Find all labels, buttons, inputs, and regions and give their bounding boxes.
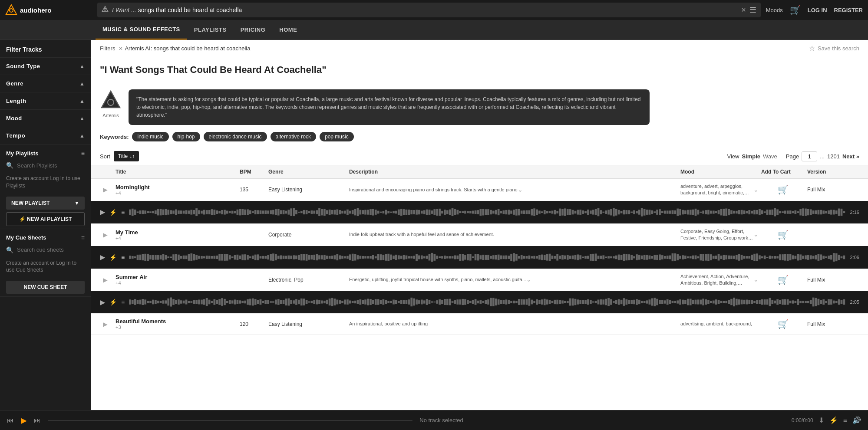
ai-logo: Artemis <box>100 89 122 118</box>
keyword-indie-music[interactable]: indie music <box>132 132 168 141</box>
play-button-2[interactable]: ▶ <box>100 230 110 240</box>
svg-rect-679 <box>418 300 420 304</box>
keyword-pop-music[interactable]: pop music <box>320 132 354 141</box>
svg-rect-656 <box>360 299 362 305</box>
save-search[interactable]: ☆ Save this search <box>809 44 859 53</box>
sort-button[interactable]: Title ↓↑ <box>114 151 139 161</box>
new-cue-sheet-button[interactable]: NEW CUE SHEET <box>6 281 85 294</box>
svg-rect-490 <box>651 256 653 259</box>
svg-rect-143 <box>480 209 482 216</box>
page-input[interactable] <box>802 151 817 161</box>
play-button-1[interactable]: ▶ <box>100 184 110 195</box>
svg-rect-79 <box>316 210 318 214</box>
search-playlists-input[interactable] <box>17 162 85 169</box>
svg-rect-577 <box>157 301 159 303</box>
mood-filter[interactable]: Mood ▲ <box>0 110 91 127</box>
svg-rect-717 <box>515 301 518 303</box>
keyword-edm[interactable]: electronic dance music <box>204 132 267 141</box>
svg-rect-531 <box>756 253 758 261</box>
player-download-icon[interactable]: ⬇ <box>818 416 824 424</box>
svg-rect-69 <box>290 208 293 216</box>
nav-tab-music[interactable]: MUSIC & SOUND EFFECTS <box>96 20 187 39</box>
wf-list-3[interactable]: ≡ <box>121 299 125 305</box>
wf-lightning-3[interactable]: ⚡ <box>109 299 117 305</box>
keyword-alt-rock[interactable]: alternative rock <box>271 132 316 141</box>
search-close-icon[interactable]: × <box>741 6 746 15</box>
search-menu-icon[interactable]: ☰ <box>749 5 756 15</box>
wf-lightning-1[interactable]: ⚡ <box>109 209 117 216</box>
svg-rect-128 <box>441 211 443 213</box>
player-prev-icon[interactable]: ⏮ <box>7 417 14 424</box>
nav-tab-home[interactable]: HOME <box>272 20 304 39</box>
svg-rect-664 <box>380 300 382 304</box>
svg-rect-835 <box>818 299 820 305</box>
track-mood-more-1[interactable]: ⌄ <box>753 186 759 194</box>
new-playlist-button[interactable]: NEW PLAYLIST ▼ <box>6 197 85 210</box>
keyword-hiphop[interactable]: hip-hop <box>172 132 200 141</box>
login-button[interactable]: LOG IN <box>808 7 827 13</box>
svg-rect-182 <box>580 210 582 215</box>
wf-play-1[interactable]: ▶ <box>100 208 105 216</box>
track-desc-more-1[interactable]: ⌄ <box>518 186 523 194</box>
tempo-filter[interactable]: Tempo ▲ <box>0 127 91 144</box>
search-cue-sheets-input[interactable] <box>17 246 85 253</box>
track-desc-more-3[interactable]: ⌄ <box>526 276 531 284</box>
track-title-area-1: Morninglight +4 <box>116 184 237 196</box>
moods-link[interactable]: Moods <box>766 7 783 13</box>
playlists-menu-icon[interactable]: ≡ <box>81 150 85 157</box>
player-play-icon[interactable]: ▶ <box>21 416 27 425</box>
svg-rect-10 <box>139 210 142 214</box>
svg-rect-241 <box>730 210 733 214</box>
add-to-cart-3[interactable]: 🛒 <box>778 275 789 285</box>
add-to-cart-4[interactable]: 🛒 <box>778 319 789 329</box>
cue-sheets-menu-icon[interactable]: ≡ <box>81 234 85 241</box>
track-mood-more-3[interactable]: ⌄ <box>753 276 759 284</box>
svg-rect-471 <box>603 255 605 259</box>
svg-rect-6 <box>129 209 131 215</box>
new-ai-playlist-button[interactable]: ⚡ NEW AI PLAYLIST <box>6 212 85 226</box>
svg-rect-382 <box>375 256 377 258</box>
cart-icon[interactable]: 🛒 <box>790 5 801 15</box>
svg-rect-832 <box>810 300 812 304</box>
svg-rect-120 <box>421 210 423 213</box>
svg-rect-141 <box>475 210 477 214</box>
player-lightning-icon[interactable]: ⚡ <box>829 416 838 424</box>
svg-rect-68 <box>288 210 290 214</box>
svg-rect-521 <box>730 255 733 259</box>
add-to-cart-2[interactable]: 🛒 <box>778 230 789 240</box>
wf-play-3[interactable]: ▶ <box>100 298 105 306</box>
svg-rect-581 <box>168 299 170 305</box>
search-bar[interactable]: I Want ... songs that could be heard at … <box>97 3 761 17</box>
player-progress[interactable] <box>48 420 413 421</box>
svg-rect-660 <box>370 299 372 305</box>
sound-type-filter[interactable]: Sound Type ▲ <box>0 58 91 75</box>
svg-rect-814 <box>764 299 766 305</box>
filter-remove-icon[interactable]: ✕ <box>119 46 123 52</box>
nav-tab-pricing[interactable]: PRICING <box>234 20 273 39</box>
svg-rect-607 <box>234 300 236 305</box>
svg-rect-329 <box>239 255 241 259</box>
add-to-cart-1[interactable]: 🛒 <box>778 184 789 195</box>
wf-lightning-2[interactable]: ⚡ <box>109 254 117 261</box>
track-mood-more-2[interactable]: ⌄ <box>753 230 759 239</box>
svg-rect-634 <box>303 299 305 306</box>
play-button-4[interactable]: ▶ <box>100 319 110 329</box>
svg-rect-699 <box>469 301 472 304</box>
svg-rect-570 <box>139 300 142 305</box>
player-next-icon[interactable]: ⏭ <box>34 417 41 424</box>
page-next[interactable]: Next » <box>842 153 859 160</box>
genre-filter[interactable]: Genre ▲ <box>0 75 91 92</box>
nav-tab-playlists[interactable]: PLAYLISTS <box>187 20 234 39</box>
svg-rect-824 <box>789 301 792 303</box>
view-simple[interactable]: Simple <box>742 153 760 160</box>
play-button-3[interactable]: ▶ <box>100 275 110 285</box>
register-button[interactable]: REGISTER <box>834 7 863 13</box>
player-volume-icon[interactable]: 🔊 <box>852 416 861 424</box>
view-wave[interactable]: Wave <box>763 153 777 160</box>
wf-play-2[interactable]: ▶ <box>100 253 105 261</box>
player-list-icon[interactable]: ≡ <box>843 417 847 424</box>
svg-rect-26 <box>180 210 182 214</box>
wf-list-1[interactable]: ≡ <box>121 209 125 216</box>
length-filter[interactable]: Length ▲ <box>0 92 91 109</box>
wf-list-2[interactable]: ≡ <box>121 254 125 261</box>
